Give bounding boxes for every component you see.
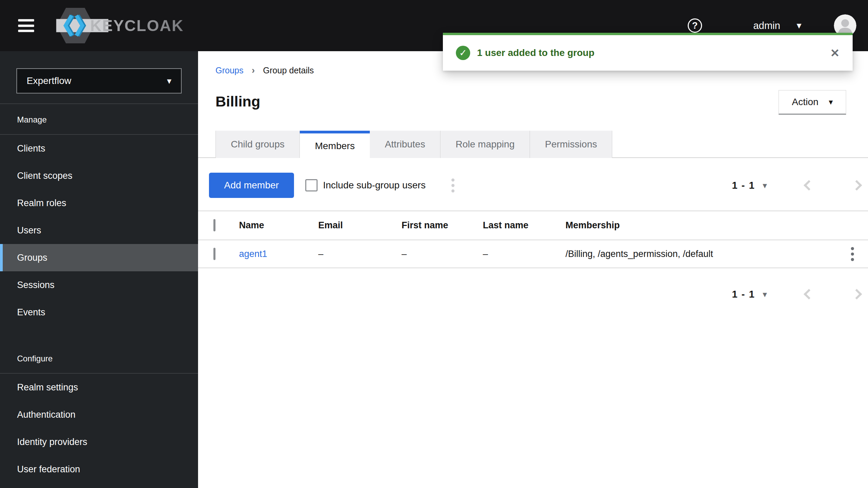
chevron-down-icon: ▾ bbox=[797, 21, 801, 30]
next-page-icon[interactable] bbox=[851, 289, 862, 299]
page-title: Billing bbox=[215, 93, 260, 110]
sidebar-item-groups[interactable]: Groups bbox=[0, 244, 198, 271]
chevron-right-icon: › bbox=[252, 65, 255, 76]
col-header-membership: Membership bbox=[565, 211, 837, 240]
sidebar-item-sessions[interactable]: Sessions bbox=[0, 271, 198, 299]
member-email: – bbox=[318, 240, 402, 268]
toast-message: 1 user added to the group bbox=[477, 47, 594, 58]
action-dropdown-button[interactable]: Action ▾ bbox=[779, 90, 846, 115]
member-name-link[interactable]: agent1 bbox=[239, 249, 267, 259]
keycloak-logo: KEYCLOAK bbox=[53, 6, 184, 45]
chevron-down-icon: ▾ bbox=[829, 98, 833, 106]
tab-attributes[interactable]: Attributes bbox=[370, 131, 440, 158]
row-kebab-icon[interactable] bbox=[849, 245, 856, 263]
sidebar-item-users[interactable]: Users bbox=[0, 217, 198, 244]
sidebar-item-realm-roles[interactable]: Realm roles bbox=[0, 189, 198, 217]
member-last-name: – bbox=[483, 240, 565, 268]
breadcrumb: Groups › Group details bbox=[215, 65, 314, 76]
nav-section-title: Configure bbox=[0, 343, 198, 373]
tab-members[interactable]: Members bbox=[300, 131, 370, 159]
tab-permissions[interactable]: Permissions bbox=[530, 131, 612, 158]
sidebar-item-identity-providers[interactable]: Identity providers bbox=[0, 428, 198, 456]
chevron-down-icon: ▾ bbox=[167, 76, 171, 85]
sidebar: Expertflow ▾ Manage Clients Client scope… bbox=[0, 51, 198, 488]
add-member-button[interactable]: Add member bbox=[209, 173, 294, 198]
include-sub-group-checkbox[interactable] bbox=[305, 179, 318, 191]
toolbar-kebab-icon[interactable] bbox=[449, 176, 457, 195]
keycloak-admin-console: KEYCLOAK ? admin ▾ Expertflow ▾ Man bbox=[0, 0, 868, 488]
table-row: agent1 – – – /Billing, /agents_permissio… bbox=[198, 240, 868, 268]
pagination-range: 1 - 1 bbox=[732, 180, 755, 191]
nav-section-configure: Configure Realm settings Authentication … bbox=[0, 343, 198, 483]
tab-child-groups[interactable]: Child groups bbox=[215, 131, 300, 158]
col-header-first-name: First name bbox=[402, 211, 483, 240]
nav-section-title: Manage bbox=[0, 104, 198, 134]
user-menu[interactable]: admin ▾ bbox=[753, 20, 801, 31]
pagination-options-icon[interactable]: ▾ bbox=[762, 289, 767, 299]
username-label: admin bbox=[753, 20, 780, 31]
main-content: Groups › Group details Billing Action ▾ … bbox=[198, 51, 868, 488]
success-check-icon: ✓ bbox=[456, 46, 470, 60]
pagination-range: 1 - 1 bbox=[732, 289, 755, 300]
select-all-checkbox[interactable] bbox=[213, 219, 215, 231]
sidebar-item-events[interactable]: Events bbox=[0, 299, 198, 326]
breadcrumb-current: Group details bbox=[263, 66, 314, 75]
sidebar-item-user-federation[interactable]: User federation bbox=[0, 456, 198, 483]
sidebar-item-realm-settings[interactable]: Realm settings bbox=[0, 374, 198, 401]
sidebar-item-authentication[interactable]: Authentication bbox=[0, 401, 198, 428]
success-toast: ✓ 1 user added to the group ✕ bbox=[443, 33, 853, 71]
sidebar-item-client-scopes[interactable]: Client scopes bbox=[0, 162, 198, 189]
breadcrumb-groups-link[interactable]: Groups bbox=[215, 66, 243, 75]
nav-section-manage: Manage Clients Client scopes Realm roles… bbox=[0, 104, 198, 326]
members-table: Name Email First name Last name Membersh… bbox=[198, 211, 868, 268]
tab-bar: Child groups Members Attributes Role map… bbox=[215, 131, 612, 159]
pagination-top: 1 - 1 ▾ bbox=[732, 173, 860, 198]
col-header-name: Name bbox=[239, 211, 318, 240]
previous-page-icon[interactable] bbox=[803, 180, 814, 190]
members-toolbar: Add member Include sub-group users bbox=[209, 173, 457, 198]
realm-selector[interactable]: Expertflow ▾ bbox=[16, 68, 182, 94]
table-header-row: Name Email First name Last name Membersh… bbox=[198, 211, 868, 240]
tab-role-mapping[interactable]: Role mapping bbox=[440, 131, 530, 158]
col-header-last-name: Last name bbox=[483, 211, 565, 240]
member-membership: /Billing, /agents_permission, /default bbox=[565, 240, 837, 268]
row-checkbox[interactable] bbox=[213, 248, 215, 260]
next-page-icon[interactable] bbox=[851, 180, 862, 190]
pagination-bottom: 1 - 1 ▾ bbox=[732, 282, 860, 307]
sidebar-item-clients[interactable]: Clients bbox=[0, 135, 198, 162]
help-icon[interactable]: ? bbox=[688, 18, 702, 33]
action-label: Action bbox=[792, 97, 818, 107]
previous-page-icon[interactable] bbox=[803, 289, 814, 299]
close-icon[interactable]: ✕ bbox=[830, 47, 840, 59]
brand-name: KEYCLOAK bbox=[90, 16, 184, 35]
pagination-options-icon[interactable]: ▾ bbox=[762, 181, 767, 190]
member-first-name: – bbox=[402, 240, 483, 268]
col-header-email: Email bbox=[318, 211, 402, 240]
realm-name: Expertflow bbox=[27, 75, 71, 86]
include-sub-group-label[interactable]: Include sub-group users bbox=[323, 180, 425, 191]
hamburger-menu-icon[interactable] bbox=[18, 19, 34, 32]
